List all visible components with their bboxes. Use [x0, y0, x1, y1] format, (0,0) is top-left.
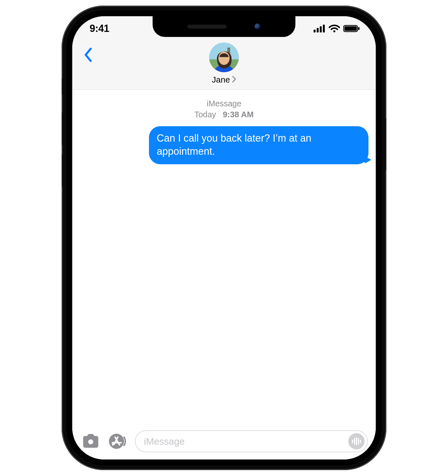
- phone-screen: 9:41: [72, 16, 376, 459]
- contact-avatar[interactable]: [209, 43, 239, 72]
- wifi-icon: [329, 25, 340, 32]
- svg-point-14: [109, 434, 124, 449]
- camera-icon: [81, 434, 100, 449]
- svg-rect-2: [320, 26, 322, 32]
- device-notch: [153, 16, 295, 37]
- earpiece-speaker: [187, 25, 227, 29]
- contact-name-button[interactable]: Jane: [212, 75, 236, 85]
- battery-icon: [343, 25, 360, 32]
- svg-rect-7: [358, 27, 360, 30]
- message-input-placeholder: iMessage: [144, 436, 348, 447]
- power-button: [385, 118, 386, 171]
- svg-line-19: [113, 444, 113, 445]
- svg-point-4: [333, 31, 335, 32]
- front-camera: [255, 24, 261, 30]
- outgoing-message-bubble[interactable]: Can I call you back later? I’m at an app…: [149, 126, 368, 164]
- thread-timestamp: iMessage Today 9:38 AM: [80, 98, 368, 120]
- conversation-header: Jane: [72, 41, 376, 90]
- back-button[interactable]: [80, 46, 97, 64]
- thread-timestamp-prefix: Today: [194, 110, 216, 119]
- message-input[interactable]: iMessage: [135, 430, 368, 452]
- volume-down-button: [62, 154, 63, 187]
- status-indicators: [287, 25, 360, 32]
- svg-rect-3: [323, 25, 325, 32]
- svg-rect-1: [317, 28, 319, 32]
- app-store-apps-button[interactable]: [108, 431, 129, 452]
- avatar-image: [209, 43, 239, 72]
- message-row: Can I call you back later? I’m at an app…: [80, 126, 368, 164]
- compose-bar: iMessage: [72, 425, 376, 459]
- chevron-left-icon: [83, 48, 94, 62]
- phone-device-frame: 9:41: [62, 6, 386, 470]
- audio-waveform-icon: [352, 437, 361, 445]
- mute-switch: [62, 78, 63, 95]
- voice-record-button[interactable]: [348, 433, 365, 449]
- camera-button[interactable]: [80, 431, 101, 452]
- volume-up-button: [62, 112, 63, 146]
- thread-timestamp-time: 9:38 AM: [223, 110, 254, 119]
- app-store-icon: [108, 432, 128, 451]
- svg-rect-0: [314, 30, 316, 32]
- chevron-right-icon: [232, 76, 236, 84]
- thread-channel-label: iMessage: [80, 98, 368, 109]
- cellular-signal-icon: [314, 25, 325, 32]
- message-thread[interactable]: iMessage Today 9:38 AM Can I call you ba…: [72, 90, 376, 425]
- contact-name-label: Jane: [212, 75, 230, 85]
- status-time: 9:41: [90, 23, 162, 34]
- svg-rect-6: [344, 26, 357, 31]
